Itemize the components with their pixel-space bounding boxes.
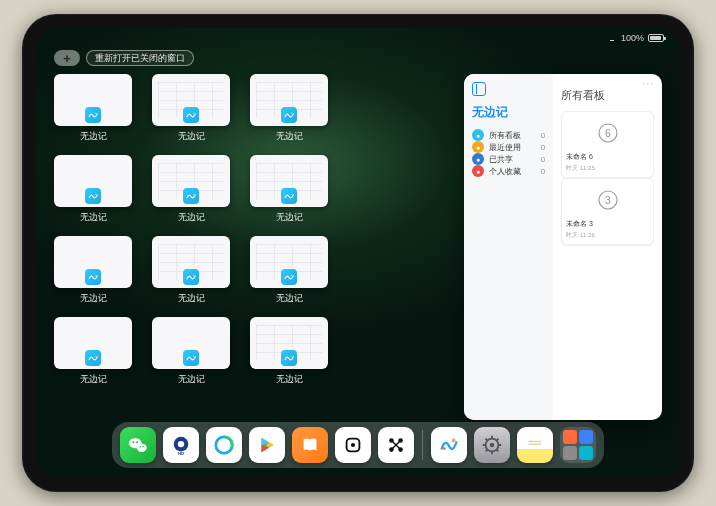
window-label: 无边记 <box>80 130 107 143</box>
window-card[interactable]: 无边记 <box>54 155 132 224</box>
lw-item-count: 0 <box>541 167 545 176</box>
window-card[interactable]: 无边记 <box>152 236 230 305</box>
svg-point-8 <box>290 275 292 277</box>
svg-point-3 <box>94 194 96 196</box>
svg-point-32 <box>452 439 456 443</box>
window-card[interactable]: 无边记 <box>250 74 328 143</box>
freeform-icon <box>183 188 199 204</box>
folder-mini-app <box>579 430 593 444</box>
window-thumbnail[interactable] <box>250 74 328 126</box>
freeform-icon <box>281 188 297 204</box>
window-card[interactable]: 无边记 <box>152 74 230 143</box>
window-thumbnail[interactable] <box>152 155 230 207</box>
lw-item-count: 0 <box>541 143 545 152</box>
more-icon[interactable]: ··· <box>643 78 654 89</box>
app-settings[interactable] <box>474 427 510 463</box>
window-label: 无边记 <box>276 373 303 386</box>
app-browser-hd[interactable]: HD <box>163 427 199 463</box>
dot-icon: ● <box>472 129 484 141</box>
window-card[interactable]: 无边记 <box>54 74 132 143</box>
svg-point-27 <box>351 443 355 447</box>
window-card[interactable]: 无边记 <box>152 317 230 386</box>
large-window-preview[interactable]: 无边记 ●所有看板0●最近使用0●已共享0●个人收藏0 ··· 所有看板 6未命… <box>464 74 662 420</box>
window-thumbnail[interactable] <box>250 155 328 207</box>
lw-title: 无边记 <box>472 104 545 121</box>
app-wechat[interactable] <box>120 427 156 463</box>
window-label: 无边记 <box>178 130 205 143</box>
freeform-icon <box>183 269 199 285</box>
reopen-label: 重新打开已关闭的窗口 <box>95 52 185 65</box>
lw-sidebar-item[interactable]: ●最近使用0 <box>472 141 545 153</box>
lw-item-count: 0 <box>541 155 545 164</box>
app-notes[interactable] <box>517 427 553 463</box>
lw-right-title: 所有看板 <box>561 88 654 103</box>
window-card[interactable]: 无边记 <box>250 317 328 386</box>
board-card[interactable]: 6未命名 6昨天 11:25 <box>561 111 654 178</box>
window-thumbnail[interactable] <box>250 317 328 369</box>
svg-point-17 <box>137 444 147 452</box>
freeform-icon <box>281 269 297 285</box>
lw-item-label: 个人收藏 <box>489 166 521 177</box>
window-grid: 无边记无边记无边记无边记无边记无边记无边记无边记无边记无边记无边记无边记 <box>54 74 424 420</box>
window-card[interactable]: 无边记 <box>54 317 132 386</box>
svg-point-33 <box>443 447 446 450</box>
dock: HD <box>112 422 604 468</box>
window-label: 无边记 <box>178 211 205 224</box>
reopen-closed-window-pill[interactable]: 重新打开已关闭的窗口 <box>86 50 194 66</box>
svg-point-0 <box>94 113 96 115</box>
lw-sidebar-item[interactable]: ●已共享0 <box>472 153 545 165</box>
battery-text: 100% <box>621 33 644 43</box>
svg-point-7 <box>192 275 194 277</box>
svg-text:6: 6 <box>605 127 611 139</box>
board-preview: 6 <box>566 116 649 150</box>
content-area: 无边记无边记无边记无边记无边记无边记无边记无边记无边记无边记无边记无边记 无边记… <box>54 74 662 420</box>
svg-point-4 <box>192 194 194 196</box>
window-label: 无边记 <box>178 373 205 386</box>
window-label: 无边记 <box>178 292 205 305</box>
app-qq-browser[interactable] <box>206 427 242 463</box>
dot-icon: ● <box>472 141 484 153</box>
folder-mini-app <box>579 446 593 460</box>
plus-icon: + <box>63 51 71 66</box>
freeform-icon <box>183 350 199 366</box>
svg-point-2 <box>290 113 292 115</box>
window-card[interactable]: 无边记 <box>152 155 230 224</box>
svg-line-43 <box>486 450 488 452</box>
svg-text:HD: HD <box>178 451 184 456</box>
dot-icon: ● <box>472 165 484 177</box>
window-label: 无边记 <box>276 292 303 305</box>
lw-item-label: 已共享 <box>489 154 513 165</box>
add-window-button[interactable]: + <box>54 50 80 66</box>
svg-point-18 <box>133 441 135 443</box>
window-thumbnail[interactable] <box>152 236 230 288</box>
app-dice[interactable] <box>335 427 371 463</box>
window-thumbnail[interactable] <box>54 317 132 369</box>
app-folder[interactable] <box>560 427 596 463</box>
svg-point-23 <box>178 441 184 447</box>
lw-right-panel: ··· 所有看板 6未命名 6昨天 11:253未命名 3昨天 11:26 <box>553 74 662 420</box>
board-card[interactable]: 3未命名 3昨天 11:26 <box>561 178 654 245</box>
svg-point-5 <box>290 194 292 196</box>
app-freeform[interactable] <box>431 427 467 463</box>
svg-point-11 <box>290 356 292 358</box>
app-books[interactable] <box>292 427 328 463</box>
app-play[interactable] <box>249 427 285 463</box>
svg-line-40 <box>486 439 488 441</box>
window-card[interactable]: 无边记 <box>250 236 328 305</box>
svg-line-42 <box>497 439 499 441</box>
app-nodes[interactable] <box>378 427 414 463</box>
window-thumbnail[interactable] <box>250 236 328 288</box>
lw-sidebar: 无边记 ●所有看板0●最近使用0●已共享0●个人收藏0 <box>464 74 553 420</box>
window-thumbnail[interactable] <box>152 74 230 126</box>
window-card[interactable]: 无边记 <box>54 236 132 305</box>
sidebar-toggle-icon[interactable] <box>472 82 486 96</box>
window-thumbnail[interactable] <box>54 74 132 126</box>
lw-item-count: 0 <box>541 131 545 140</box>
freeform-icon <box>281 107 297 123</box>
lw-sidebar-item[interactable]: ●所有看板0 <box>472 129 545 141</box>
window-card[interactable]: 无边记 <box>250 155 328 224</box>
window-thumbnail[interactable] <box>54 236 132 288</box>
window-thumbnail[interactable] <box>152 317 230 369</box>
window-thumbnail[interactable] <box>54 155 132 207</box>
lw-sidebar-item[interactable]: ●个人收藏0 <box>472 165 545 177</box>
